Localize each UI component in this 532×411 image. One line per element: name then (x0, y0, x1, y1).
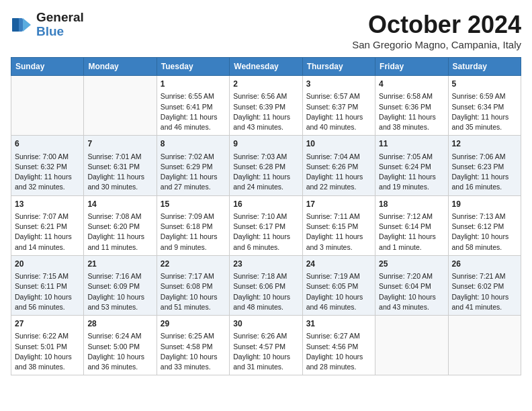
day-info: Sunrise: 7:20 AM Sunset: 6:04 PM Dayligh… (379, 271, 444, 312)
calendar-day-cell: 7Sunrise: 7:01 AM Sunset: 6:31 PM Daylig… (84, 136, 157, 195)
day-info: Sunrise: 7:18 AM Sunset: 6:06 PM Dayligh… (233, 271, 298, 312)
weekday-header: Thursday (302, 58, 375, 76)
calendar-day-cell: 26Sunrise: 7:21 AM Sunset: 6:02 PM Dayli… (448, 255, 521, 315)
calendar-day-cell (11, 76, 84, 136)
day-number: 5 (452, 79, 517, 90)
day-number: 20 (15, 259, 80, 270)
day-number: 31 (306, 318, 371, 330)
calendar-day-cell: 25Sunrise: 7:20 AM Sunset: 6:04 PM Dayli… (375, 255, 448, 315)
svg-rect-2 (12, 18, 19, 32)
day-info: Sunrise: 7:16 AM Sunset: 6:09 PM Dayligh… (87, 271, 152, 312)
calendar-day-cell (375, 316, 448, 375)
day-number: 19 (452, 199, 517, 210)
calendar-day-cell: 9Sunrise: 7:03 AM Sunset: 6:28 PM Daylig… (230, 136, 302, 195)
calendar-day-cell: 10Sunrise: 7:04 AM Sunset: 6:26 PM Dayli… (302, 136, 375, 195)
day-info: Sunrise: 7:04 AM Sunset: 6:26 PM Dayligh… (306, 152, 371, 193)
weekday-header: Sunday (11, 58, 84, 76)
day-number: 17 (306, 199, 371, 210)
calendar-day-cell: 22Sunrise: 7:17 AM Sunset: 6:08 PM Dayli… (157, 255, 229, 315)
day-info: Sunrise: 7:13 AM Sunset: 6:12 PM Dayligh… (452, 212, 517, 253)
day-number: 8 (161, 138, 226, 150)
day-number: 15 (161, 199, 226, 210)
day-number: 27 (15, 318, 80, 330)
day-info: Sunrise: 7:19 AM Sunset: 6:05 PM Dayligh… (306, 271, 371, 312)
weekday-header: Saturday (448, 58, 521, 76)
day-info: Sunrise: 7:15 AM Sunset: 6:11 PM Dayligh… (15, 271, 80, 312)
calendar-day-cell: 1Sunrise: 6:55 AM Sunset: 6:41 PM Daylig… (157, 76, 229, 136)
logo-icon (11, 13, 35, 37)
day-number: 4 (379, 79, 444, 90)
day-number: 3 (306, 79, 371, 90)
day-number: 10 (306, 138, 371, 150)
title-block: October 2024 San Gregorio Magno, Campani… (352, 11, 521, 50)
calendar-day-cell: 3Sunrise: 6:57 AM Sunset: 6:37 PM Daylig… (302, 76, 375, 136)
calendar-day-cell: 28Sunrise: 6:24 AM Sunset: 5:00 PM Dayli… (84, 316, 157, 375)
day-info: Sunrise: 7:02 AM Sunset: 6:29 PM Dayligh… (161, 152, 226, 193)
day-info: Sunrise: 6:59 AM Sunset: 6:34 PM Dayligh… (452, 91, 517, 132)
weekday-header: Wednesday (230, 58, 302, 76)
calendar-day-cell: 2Sunrise: 6:56 AM Sunset: 6:39 PM Daylig… (230, 76, 302, 136)
day-number: 2 (233, 79, 298, 90)
calendar-day-cell (84, 76, 157, 136)
calendar-day-cell: 23Sunrise: 7:18 AM Sunset: 6:06 PM Dayli… (230, 255, 302, 315)
calendar-week-row: 13Sunrise: 7:07 AM Sunset: 6:21 PM Dayli… (11, 195, 521, 255)
calendar-day-cell: 16Sunrise: 7:10 AM Sunset: 6:17 PM Dayli… (230, 195, 302, 255)
day-number: 28 (87, 318, 152, 330)
day-info: Sunrise: 6:57 AM Sunset: 6:37 PM Dayligh… (306, 91, 371, 132)
day-info: Sunrise: 7:03 AM Sunset: 6:28 PM Dayligh… (233, 152, 298, 193)
calendar-day-cell: 4Sunrise: 6:58 AM Sunset: 6:36 PM Daylig… (375, 76, 448, 136)
day-info: Sunrise: 7:12 AM Sunset: 6:14 PM Dayligh… (379, 212, 444, 253)
day-info: Sunrise: 7:01 AM Sunset: 6:31 PM Dayligh… (87, 152, 152, 193)
day-info: Sunrise: 7:10 AM Sunset: 6:17 PM Dayligh… (233, 212, 298, 253)
day-number: 22 (161, 259, 226, 270)
location-title: San Gregorio Magno, Campania, Italy (352, 39, 521, 50)
day-number: 23 (233, 259, 298, 270)
day-info: Sunrise: 7:06 AM Sunset: 6:23 PM Dayligh… (452, 152, 517, 193)
calendar-day-cell: 20Sunrise: 7:15 AM Sunset: 6:11 PM Dayli… (11, 255, 84, 315)
calendar-week-row: 1Sunrise: 6:55 AM Sunset: 6:41 PM Daylig… (11, 76, 521, 136)
day-number: 30 (233, 318, 298, 330)
day-number: 16 (233, 199, 298, 210)
calendar-day-cell: 12Sunrise: 7:06 AM Sunset: 6:23 PM Dayli… (448, 136, 521, 195)
day-number: 12 (452, 138, 517, 150)
month-title: October 2024 (352, 11, 521, 39)
day-number: 25 (379, 259, 444, 270)
calendar-header-row: SundayMondayTuesdayWednesdayThursdayFrid… (11, 58, 521, 76)
calendar-day-cell: 24Sunrise: 7:19 AM Sunset: 6:05 PM Dayli… (302, 255, 375, 315)
calendar-day-cell: 15Sunrise: 7:09 AM Sunset: 6:18 PM Dayli… (157, 195, 229, 255)
day-number: 6 (15, 138, 80, 150)
day-number: 11 (379, 138, 444, 150)
day-number: 7 (87, 138, 152, 150)
day-number: 18 (379, 199, 444, 210)
weekday-header: Friday (375, 58, 448, 76)
calendar-week-row: 20Sunrise: 7:15 AM Sunset: 6:11 PM Dayli… (11, 255, 521, 315)
day-info: Sunrise: 6:27 AM Sunset: 4:56 PM Dayligh… (306, 331, 371, 372)
day-info: Sunrise: 6:55 AM Sunset: 6:41 PM Dayligh… (161, 91, 226, 132)
calendar-day-cell: 29Sunrise: 6:25 AM Sunset: 4:58 PM Dayli… (157, 316, 229, 375)
calendar-week-row: 6Sunrise: 7:00 AM Sunset: 6:32 PM Daylig… (11, 136, 521, 195)
logo-general: General (36, 11, 84, 25)
day-info: Sunrise: 6:26 AM Sunset: 4:57 PM Dayligh… (233, 331, 298, 372)
day-info: Sunrise: 7:11 AM Sunset: 6:15 PM Dayligh… (306, 212, 371, 253)
calendar-day-cell: 17Sunrise: 7:11 AM Sunset: 6:15 PM Dayli… (302, 195, 375, 255)
logo: General Blue (11, 11, 84, 39)
day-number: 21 (87, 259, 152, 270)
calendar-day-cell: 6Sunrise: 7:00 AM Sunset: 6:32 PM Daylig… (11, 136, 84, 195)
day-info: Sunrise: 6:25 AM Sunset: 4:58 PM Dayligh… (161, 331, 226, 372)
day-number: 13 (15, 199, 80, 210)
day-number: 26 (452, 259, 517, 270)
page-header: General Blue October 2024 San Gregorio M… (11, 11, 521, 50)
day-info: Sunrise: 6:22 AM Sunset: 5:01 PM Dayligh… (15, 331, 80, 372)
day-number: 14 (87, 199, 152, 210)
day-info: Sunrise: 6:56 AM Sunset: 6:39 PM Dayligh… (233, 91, 298, 132)
day-info: Sunrise: 7:05 AM Sunset: 6:24 PM Dayligh… (379, 152, 444, 193)
calendar-day-cell: 30Sunrise: 6:26 AM Sunset: 4:57 PM Dayli… (230, 316, 302, 375)
calendar-day-cell: 5Sunrise: 6:59 AM Sunset: 6:34 PM Daylig… (448, 76, 521, 136)
day-info: Sunrise: 7:07 AM Sunset: 6:21 PM Dayligh… (15, 212, 80, 253)
calendar-table: SundayMondayTuesdayWednesdayThursdayFrid… (11, 57, 521, 375)
weekday-header: Tuesday (157, 58, 229, 76)
calendar-day-cell: 14Sunrise: 7:08 AM Sunset: 6:20 PM Dayli… (84, 195, 157, 255)
calendar-day-cell: 21Sunrise: 7:16 AM Sunset: 6:09 PM Dayli… (84, 255, 157, 315)
svg-marker-1 (23, 18, 31, 32)
day-number: 9 (233, 138, 298, 150)
